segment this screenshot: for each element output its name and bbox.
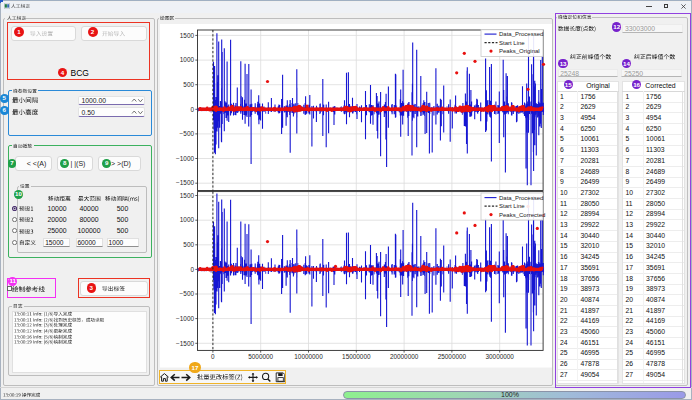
svg-text:Start Line: Start Line <box>499 40 525 46</box>
svg-text:Data_Processed: Data_Processed <box>499 195 543 201</box>
svg-text:20000000: 20000000 <box>389 353 418 360</box>
svg-text:0: 0 <box>190 106 194 113</box>
svg-text:1500: 1500 <box>179 192 194 199</box>
svg-text:−1500: −1500 <box>176 340 194 347</box>
svg-text:−1500: −1500 <box>176 179 194 186</box>
svg-text:1000: 1000 <box>179 216 194 223</box>
svg-text:500: 500 <box>183 81 194 88</box>
svg-text:Peaks_Corrected: Peaks_Corrected <box>499 212 545 218</box>
svg-text:30000000: 30000000 <box>485 353 514 360</box>
svg-text:25000000: 25000000 <box>437 353 466 360</box>
svg-text:5000000: 5000000 <box>248 353 273 360</box>
svg-text:−1000: −1000 <box>176 315 194 322</box>
svg-text:−500: −500 <box>179 130 194 137</box>
svg-text:10000000: 10000000 <box>294 353 323 360</box>
svg-text:0: 0 <box>190 266 194 273</box>
svg-text:1500: 1500 <box>179 32 194 39</box>
svg-text:Data_Processed: Data_Processed <box>499 31 543 37</box>
svg-text:−500: −500 <box>179 290 194 297</box>
svg-text:−1000: −1000 <box>176 155 194 162</box>
svg-text:15000000: 15000000 <box>342 353 371 360</box>
svg-text:Start Line: Start Line <box>499 203 525 209</box>
svg-text:500: 500 <box>183 241 194 248</box>
svg-text:1000: 1000 <box>179 56 194 63</box>
svg-text:0: 0 <box>211 353 215 360</box>
svg-text:Peaks_Original: Peaks_Original <box>499 48 540 54</box>
